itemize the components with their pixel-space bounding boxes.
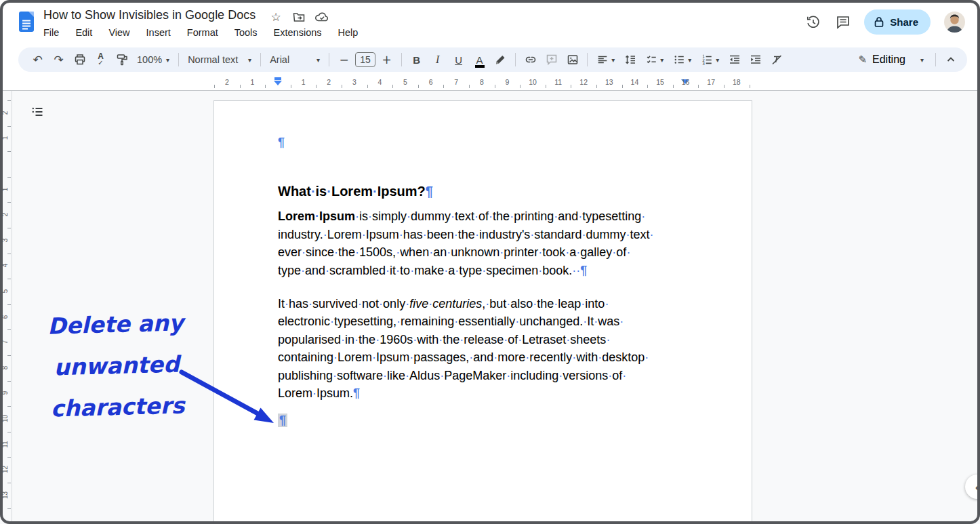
ruler-number: 8 <box>480 78 484 86</box>
ruler-tick <box>469 85 470 88</box>
undo-button[interactable]: ↶ <box>28 50 47 69</box>
menu-extensions[interactable]: Extensions <box>268 26 327 39</box>
menu-view[interactable]: View <box>103 26 135 39</box>
editing-mode-select[interactable]: ✎ Editing ▾ <box>851 50 931 69</box>
space-dot-mark: · <box>444 264 448 277</box>
ruler-tick <box>7 279 11 279</box>
space-dot-mark: · <box>626 228 630 241</box>
italic-button[interactable]: I <box>428 50 447 69</box>
add-comment-button[interactable] <box>542 50 561 69</box>
ruler-tick <box>7 228 11 228</box>
collapse-toolbar-button[interactable] <box>941 50 960 69</box>
avatar[interactable] <box>944 12 965 33</box>
clear-formatting-button[interactable] <box>767 50 786 69</box>
space-dot-mark: · <box>469 350 473 364</box>
doc-line: It·has·survived·not·only·five·centuries,… <box>278 295 687 313</box>
ruler-tick <box>418 85 419 88</box>
ruler-number: 13 <box>1 491 9 499</box>
increase-indent-button[interactable] <box>746 50 765 69</box>
font-size-input[interactable]: 15 <box>355 52 375 67</box>
ruler-number: 9 <box>505 78 509 86</box>
pilcrow-mark: ¶ <box>426 184 433 199</box>
spell-check-button[interactable]: A ✓ <box>91 50 110 69</box>
menu-help[interactable]: Help <box>333 26 364 39</box>
paint-format-button[interactable] <box>112 50 131 69</box>
lock-icon <box>874 16 884 28</box>
document-page[interactable]: ¶What·is·Lorem·Ipsum?¶Lorem·Ipsum·is·sim… <box>213 100 752 524</box>
highlight-color-button[interactable] <box>491 50 510 69</box>
space-dot-mark: · <box>429 245 433 259</box>
space-dot-mark: · <box>581 297 585 310</box>
menu-format[interactable]: Format <box>182 26 224 39</box>
decrease-indent-button[interactable] <box>724 50 744 69</box>
space-dot-mark: · <box>405 369 409 382</box>
ruler-tick <box>750 85 750 88</box>
font-value: Arial <box>270 54 289 65</box>
space-dot-mark: · <box>594 315 598 328</box>
increase-font-size-button[interactable]: + <box>377 50 396 69</box>
space-dot-mark: · <box>428 297 432 310</box>
menu-tools[interactable]: Tools <box>229 26 263 39</box>
space-dot-mark: · <box>330 315 334 328</box>
align-left-icon <box>596 54 609 66</box>
styles-select[interactable]: Normal text ▾ <box>184 50 256 69</box>
horizontal-ruler[interactable]: 21123456789101112131415161718 <box>0 76 980 91</box>
space-dot-mark: · <box>373 184 377 199</box>
insert-link-button[interactable] <box>520 50 540 69</box>
space-dot-mark: · <box>333 350 338 364</box>
version-history-icon[interactable] <box>804 14 822 31</box>
collapse-side-panel-button[interactable]: ‹ <box>965 475 980 499</box>
first-line-indent-marker[interactable] <box>274 77 281 80</box>
left-indent-marker[interactable] <box>274 81 282 85</box>
font-select[interactable]: Arial ▾ <box>266 50 324 69</box>
share-label: Share <box>890 16 918 28</box>
print-button[interactable] <box>70 50 89 69</box>
document-title[interactable]: How to Show Invisibles in Google Docs <box>43 8 256 22</box>
space-dot-mark: · <box>493 350 497 364</box>
show-outline-button[interactable] <box>30 104 45 119</box>
space-dot-mark: · <box>399 228 403 241</box>
space-dot-mark: · <box>578 209 582 223</box>
move-folder-icon[interactable] <box>291 9 306 24</box>
zoom-select[interactable]: 100% ▾ <box>133 50 173 69</box>
chevron-left-icon: ‹ <box>975 479 980 495</box>
line-spacing-button[interactable] <box>620 50 640 69</box>
align-select[interactable]: ▾ <box>592 50 619 69</box>
bold-button[interactable]: B <box>407 50 426 69</box>
toolbar-divider <box>587 53 588 66</box>
underline-button[interactable]: U <box>449 50 468 69</box>
vertical-ruler[interactable]: 2112345678910111213 <box>0 91 12 524</box>
ruler-tick <box>7 126 11 127</box>
numbered-list-select[interactable]: 1 2 3 ▾ <box>697 50 723 69</box>
chevron-down-icon: ▾ <box>688 56 691 64</box>
ruler-number: 7 <box>454 78 458 86</box>
ruler-tick <box>7 432 11 432</box>
menu-file[interactable]: File <box>38 26 64 39</box>
share-button[interactable]: Share <box>864 9 931 35</box>
space-dot-mark: · <box>565 245 569 259</box>
space-dot-mark: · <box>533 297 537 310</box>
ruler-tick <box>214 85 215 88</box>
checklist-select[interactable]: ▾ <box>641 50 668 69</box>
google-docs-logo-icon[interactable] <box>19 12 34 32</box>
star-icon[interactable]: ☆ <box>268 9 283 24</box>
space-dot-mark: · <box>341 333 345 346</box>
decrease-font-size-button[interactable]: − <box>334 50 354 69</box>
insert-image-button[interactable] <box>563 50 582 69</box>
ruler-number: 5 <box>1 287 9 296</box>
bulleted-list-select[interactable]: ▾ <box>669 50 695 69</box>
ruler-tick <box>596 85 597 88</box>
ruler-number: 12 <box>579 78 588 86</box>
comments-icon[interactable] <box>834 14 852 31</box>
space-dot-mark: · <box>554 297 558 310</box>
ruler-tick <box>7 254 11 254</box>
redo-button[interactable]: ↷ <box>49 50 68 69</box>
menu-insert[interactable]: Insert <box>141 26 176 39</box>
ruler-tick <box>7 508 11 509</box>
menu-edit[interactable]: Edit <box>70 26 98 39</box>
space-dot-mark: · <box>285 297 289 310</box>
cloud-saved-icon[interactable] <box>314 9 329 24</box>
ruler-tick <box>7 457 11 458</box>
styles-value: Normal text <box>188 54 238 65</box>
text-color-button[interactable]: A <box>470 50 489 69</box>
